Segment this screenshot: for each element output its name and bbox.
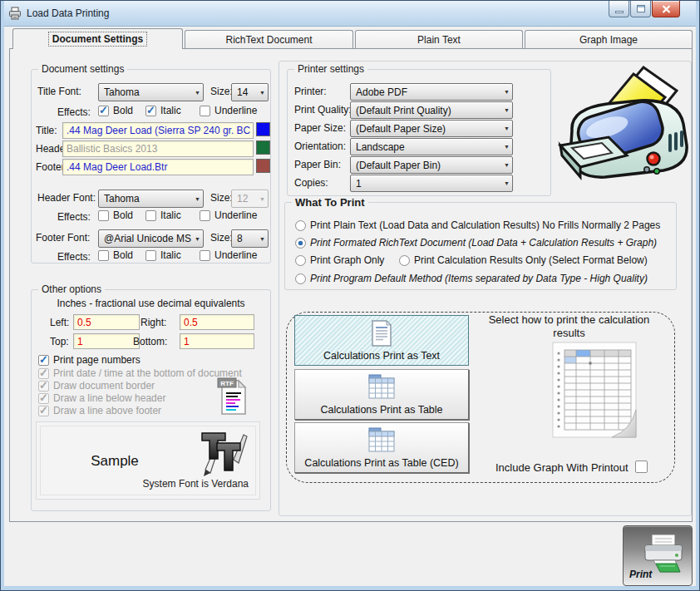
radio-print-program-default[interactable]: Print Program Default Method (Items sepa… — [295, 273, 648, 284]
font-sample-panel: Sample System Font is Verdana — [36, 421, 260, 500]
chevron-down-icon: ▼ — [195, 90, 200, 96]
print-quality-label: Print Quality: — [294, 104, 352, 116]
header-italic-checkbox[interactable]: Italic — [145, 209, 181, 221]
margin-top-input[interactable]: 1 — [73, 333, 140, 349]
checkbox-icon — [38, 368, 49, 379]
chevron-down-icon: ▼ — [504, 89, 510, 95]
header-font-label: Header Font: — [37, 192, 96, 204]
tab-page-document-settings: Document settings Title Font: Tahoma▼ Si… — [9, 48, 693, 522]
chevron-down-icon: ▼ — [195, 236, 200, 242]
title-font-combo[interactable]: Tahoma▼ — [98, 83, 204, 101]
copies-label: Copies: — [294, 177, 328, 189]
radio-icon — [295, 255, 306, 266]
draw-line-above-footer-checkbox: Draw a line above footer — [38, 405, 161, 416]
copies-combo[interactable]: 1▼ — [350, 175, 513, 192]
margin-bottom-input[interactable]: 1 — [180, 333, 254, 349]
print-date-time-checkbox: Print date / time at the bottom of docum… — [38, 367, 242, 379]
checkbox-icon — [200, 106, 210, 116]
checkbox-icon — [145, 106, 156, 116]
chevron-down-icon: ▼ — [504, 144, 510, 150]
draw-document-border-checkbox: Draw document border — [38, 380, 155, 392]
chevron-down-icon: ▼ — [504, 126, 510, 131]
fonts-tt-icon — [197, 426, 249, 478]
close-button[interactable] — [652, 1, 680, 17]
checkbox-icon — [38, 355, 49, 366]
radio-icon — [295, 273, 306, 284]
include-graph-row: Include Graph With Printout — [495, 461, 629, 474]
calc-print-as-text-button[interactable]: Calculations Print as Text — [294, 315, 469, 366]
chevron-down-icon: ▼ — [259, 236, 265, 242]
checkbox-icon — [200, 210, 210, 221]
calc-print-as-table-button[interactable]: Calculations Print as Table — [294, 369, 469, 420]
window: Load Data Printing Document Settings Ric… — [0, 0, 700, 591]
footer-effects-label: Effects: — [57, 251, 91, 263]
print-page-numbers-checkbox[interactable]: Print page numbers — [38, 354, 140, 366]
calc-print-as-table-ced-button[interactable]: Calculations Print as Table (CED) — [294, 422, 469, 473]
header-bold-checkbox[interactable]: Bold — [98, 209, 133, 221]
margins-note: Inches - fractional use decimal equivale… — [32, 298, 270, 309]
include-graph-checkbox[interactable] — [635, 460, 648, 473]
header-color-swatch[interactable] — [256, 140, 270, 155]
header-input[interactable]: Ballistic Basics 2013 — [62, 140, 254, 157]
footer-size-combo[interactable]: 8▼ — [231, 229, 269, 248]
tab-graph-image[interactable]: Graph Image — [525, 30, 693, 48]
include-graph-label: Include Graph With Printout — [495, 461, 629, 474]
printer-combo[interactable]: Adobe PDF▼ — [350, 83, 513, 101]
footer-input[interactable]: .44 Mag Deer Load.Btr — [62, 159, 254, 175]
tab-richtext-document[interactable]: RichText Document — [185, 30, 353, 48]
minimize-icon — [615, 11, 624, 13]
close-icon — [662, 5, 671, 13]
paper-bin-combo[interactable]: (Default Paper Bin)▼ — [350, 156, 513, 174]
group-title: Document settings — [38, 63, 127, 75]
radio-print-calculation-results-only[interactable]: Print Calculation Results Only (Select F… — [399, 254, 648, 266]
maximize-button[interactable] — [630, 1, 651, 17]
margin-right-label: Right: — [140, 317, 166, 328]
margin-right-input[interactable]: 0.5 — [180, 314, 254, 330]
radio-print-graph-only[interactable]: Print Graph Only — [295, 254, 384, 266]
radio-icon — [295, 220, 306, 231]
font-sample-inner: Sample System Font is Verdana — [40, 426, 256, 495]
radio-print-plain-text[interactable]: Print Plain Text (Load Data and Calculat… — [295, 219, 660, 231]
title-size-combo[interactable]: 14▼ — [231, 83, 269, 101]
tab-plain-text[interactable]: Plain Text — [355, 30, 523, 48]
checkbox-icon — [145, 250, 156, 261]
chevron-down-icon: ▼ — [259, 196, 265, 202]
header-effects-label: Effects: — [57, 211, 91, 223]
radio-print-formatted-richtext[interactable]: Print Formated RichText Document (Load D… — [295, 237, 657, 249]
group-title: Other options — [38, 283, 105, 295]
orientation-label: Orientation: — [294, 140, 346, 152]
print-quality-combo[interactable]: (Default Print Quality)▼ — [350, 101, 513, 119]
footer-italic-checkbox[interactable]: Italic — [145, 249, 181, 261]
orientation-combo[interactable]: Landscape▼ — [350, 138, 513, 155]
margin-left-input[interactable]: 0.5 — [73, 314, 140, 330]
window-title: Load Data Printing — [27, 7, 109, 19]
footer-font-combo[interactable]: @Arial Unicode MS▼ — [98, 229, 204, 248]
title-underline-checkbox[interactable]: Underline — [200, 105, 257, 116]
title-input[interactable]: .44 Mag Deer Load (Sierra SP 240 gr. BC … — [62, 122, 254, 139]
title-color-swatch[interactable] — [256, 122, 270, 136]
print-button[interactable]: Print — [623, 525, 693, 586]
chevron-down-icon: ▼ — [195, 196, 200, 202]
title-italic-checkbox[interactable]: Italic — [145, 105, 181, 116]
group-document-settings: Document settings Title Font: Tahoma▼ Si… — [31, 69, 271, 263]
rtf-document-icon: RTF — [216, 376, 249, 417]
header-underline-checkbox[interactable]: Underline — [200, 209, 257, 221]
footer-bold-checkbox[interactable]: Bold — [98, 249, 133, 261]
title-bold-checkbox[interactable]: Bold — [98, 105, 133, 116]
footer-underline-checkbox[interactable]: Underline — [200, 249, 257, 261]
chevron-down-icon: ▼ — [504, 180, 510, 186]
chevron-down-icon: ▼ — [259, 90, 265, 96]
group-printer-settings: Printer settings Printer: Adobe PDF▼ Pri… — [287, 69, 551, 196]
header-font-combo[interactable]: Tahoma▼ — [98, 190, 204, 208]
minimize-button[interactable] — [609, 1, 629, 17]
title-font-label: Title Font: — [37, 86, 81, 97]
font-sample-text: Sample — [41, 453, 189, 470]
radio-icon — [295, 238, 306, 249]
table-icon — [367, 374, 396, 399]
checkbox-icon — [200, 250, 210, 261]
calc-format-instruction: Select how to print the calculation resu… — [484, 313, 654, 340]
title-label: Title: — [36, 125, 57, 136]
footer-color-swatch[interactable] — [256, 159, 270, 173]
paper-size-combo[interactable]: (Default Paper Size)▼ — [350, 120, 513, 137]
tab-document-settings[interactable]: Document Settings — [12, 28, 183, 49]
